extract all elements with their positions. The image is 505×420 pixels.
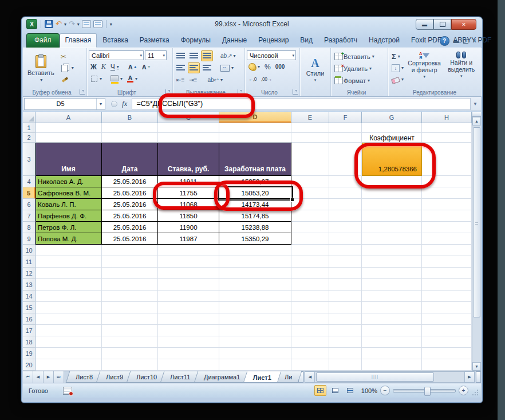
next-sheet-icon[interactable]: ▶ — [44, 371, 54, 383]
collapse-ribbon-icon[interactable]: ⌃ — [431, 38, 435, 44]
cell-rate-c5[interactable]: 11755 — [158, 187, 219, 199]
number-format-select[interactable]: Числовой▾ — [247, 50, 296, 60]
cell-rate-c9[interactable]: 11987 — [158, 233, 219, 245]
merge-center-button[interactable] — [219, 62, 235, 73]
cell-name-a9[interactable]: Попова М. Д. — [35, 233, 102, 245]
row-header-8[interactable]: 8 — [23, 222, 35, 233]
vertical-split-handle[interactable] — [472, 112, 481, 117]
row-header-13[interactable]: 13 — [23, 279, 35, 291]
scrollbar-splitter[interactable] — [476, 371, 481, 383]
comma-style-button[interactable]: 000 — [274, 61, 287, 72]
ribbon-tab-надстрой[interactable]: Надстрой — [363, 33, 405, 48]
cell-date-b8[interactable]: 25.05.2016 — [102, 222, 158, 233]
italic-button[interactable]: К — [100, 61, 108, 72]
font-color-button[interactable]: А — [125, 73, 139, 84]
expand-formula-bar-icon[interactable]: ▼ — [473, 101, 478, 107]
decrease-font-button[interactable]: А▼ — [140, 61, 153, 72]
formula-input[interactable]: =C5*ДВССЫЛ("G3") — [132, 98, 471, 110]
copy-button[interactable] — [59, 62, 76, 73]
row-header-14[interactable]: 14 — [23, 291, 35, 302]
format-cells-button[interactable]: Формат — [333, 75, 372, 86]
decrease-decimal-button[interactable]: ,00→ — [259, 73, 273, 84]
cell-salary-d4[interactable]: 15252,97 — [219, 176, 291, 187]
table-header-cell-C3[interactable]: Ставка, руб. — [158, 143, 219, 176]
cell-g3-coefficient-value[interactable]: 1,280578366 — [362, 143, 422, 176]
ribbon-tab-рецензир[interactable]: Рецензир — [253, 33, 294, 48]
scroll-down-icon[interactable]: ▼ — [472, 362, 481, 371]
close-button[interactable]: ✕ — [451, 19, 476, 30]
cell-date-b7[interactable]: 25.05.2016 — [102, 210, 158, 222]
cell-rate-c6[interactable]: 11068 — [158, 199, 219, 210]
row-header-9[interactable]: 9 — [23, 233, 35, 245]
cell-salary-d9[interactable]: 15350,29 — [219, 233, 291, 245]
table-header-cell-D3[interactable]: Заработная плата — [219, 143, 291, 176]
normal-view-button[interactable] — [314, 385, 326, 396]
align-center-button[interactable] — [188, 62, 200, 73]
page-break-view-button[interactable] — [344, 385, 356, 396]
row-header-17[interactable]: 17 — [23, 325, 35, 336]
autosum-button[interactable]: Σ — [390, 51, 405, 62]
vertical-scrollbar[interactable]: ▲ ▼ — [472, 112, 481, 371]
insert-cells-button[interactable]: Вставить — [333, 51, 376, 62]
align-middle-button[interactable] — [188, 50, 200, 61]
clipboard-dialog-launcher[interactable] — [80, 89, 85, 95]
cell-name-a4[interactable]: Николаев А. Д. — [35, 176, 102, 187]
align-top-button[interactable] — [175, 50, 187, 61]
column-header-A[interactable]: A — [35, 112, 102, 123]
cell-name-a6[interactable]: Коваль Л. П. — [35, 199, 102, 210]
cell-salary-d5[interactable]: 15053,20 — [219, 187, 291, 199]
ribbon-tab-вставка[interactable]: Вставка — [97, 33, 134, 48]
cell-rate-c8[interactable]: 11900 — [158, 222, 219, 233]
table-header-cell-A3[interactable]: Имя — [35, 143, 102, 176]
book-minimize-icon[interactable]: ▬ — [453, 38, 459, 44]
cell-styles-button[interactable]: А Стили ▾ — [302, 50, 329, 90]
increase-indent-button[interactable]: ⇥≡ — [187, 74, 199, 85]
row-header-12[interactable]: 12 — [23, 268, 35, 279]
cut-button[interactable]: ✂ — [59, 51, 76, 62]
column-header-C[interactable]: C — [158, 112, 219, 123]
percent-style-button[interactable]: % — [263, 61, 273, 72]
column-header-E[interactable]: E — [291, 112, 329, 123]
row-header-20[interactable]: 20 — [23, 359, 35, 371]
bold-button[interactable]: Ж — [89, 61, 98, 72]
cell-name-a5[interactable]: Сафронова В. М. — [35, 187, 102, 199]
previous-sheet-icon[interactable]: ◀ — [33, 371, 44, 383]
zoom-slider-thumb[interactable] — [424, 387, 431, 396]
row-header-7[interactable]: 7 — [23, 210, 35, 222]
borders-button[interactable] — [89, 73, 104, 84]
cell-salary-d8[interactable]: 15238,88 — [219, 222, 291, 233]
row-header-18[interactable]: 18 — [23, 336, 35, 348]
font-dialog-launcher[interactable] — [165, 89, 171, 95]
font-name-select[interactable]: Calibri▾ — [89, 50, 144, 60]
row-header-19[interactable]: 19 — [23, 348, 35, 359]
cell-date-b9[interactable]: 25.05.2016 — [102, 233, 158, 245]
row-header-16[interactable]: 16 — [23, 313, 35, 325]
cell-salary-d6[interactable]: 14173,44 — [219, 199, 291, 210]
row-header-2[interactable]: 2 — [23, 133, 35, 143]
select-all-corner[interactable] — [23, 112, 35, 123]
font-size-select[interactable]: 11▾ — [145, 50, 167, 60]
cell-name-a8[interactable]: Петров Ф. Л. — [35, 222, 102, 233]
zoom-slider-track[interactable] — [393, 389, 456, 392]
row-header-3[interactable]: 3 — [23, 143, 35, 176]
column-header-B[interactable]: B — [102, 112, 158, 123]
vertical-scroll-track[interactable] — [472, 125, 481, 362]
ribbon-tab-данные[interactable]: Данные — [216, 33, 253, 48]
horizontal-scrollbar[interactable]: ◀ ▶ — [305, 371, 481, 383]
sort-filter-button[interactable]: АЯ Сортировка и фильтр ▾ — [405, 50, 443, 88]
align-right-button[interactable] — [201, 62, 213, 73]
scroll-left-icon[interactable]: ◀ — [305, 371, 315, 383]
row-header-1[interactable]: 1 — [23, 123, 35, 133]
scroll-right-icon[interactable]: ▶ — [464, 371, 475, 383]
row-header-5[interactable]: 5 — [23, 187, 35, 199]
insert-function-icon[interactable]: fx — [122, 99, 127, 108]
cell-g2-coefficient-label[interactable]: Коэффициент — [362, 133, 422, 143]
accounting-format-button[interactable] — [247, 61, 262, 72]
clear-button[interactable] — [390, 74, 405, 85]
ribbon-tab-вид[interactable]: Вид — [294, 33, 318, 48]
ribbon-tab-файл[interactable]: Файл — [26, 33, 60, 48]
row-header-15[interactable]: 15 — [23, 302, 35, 313]
minimize-button[interactable]: ▬ — [416, 19, 433, 30]
sheet-tab-Диаграмма1[interactable]: Диаграмма1 — [194, 371, 250, 383]
cell-rate-c4[interactable]: 11911 — [158, 176, 219, 187]
